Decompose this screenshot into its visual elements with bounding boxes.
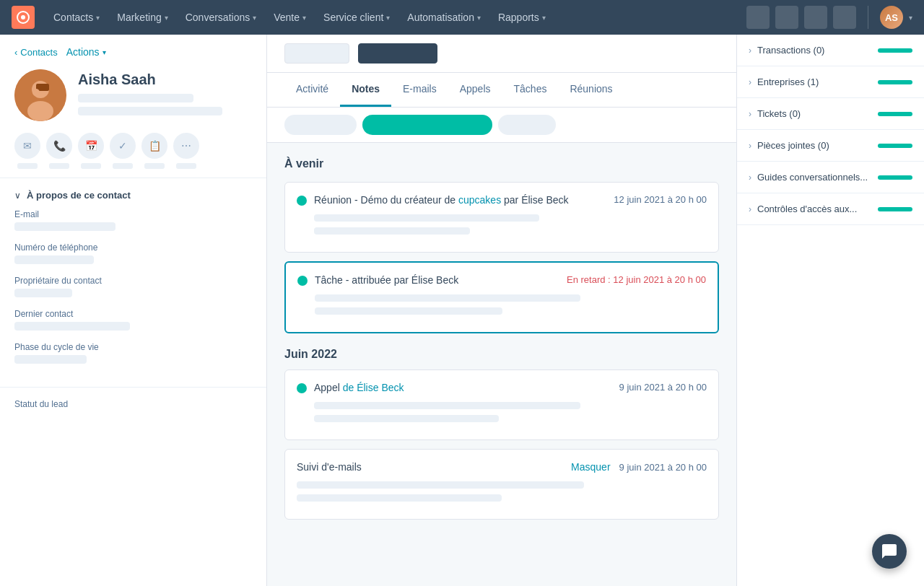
action-label-skeleton-3	[81, 163, 101, 169]
field-last-contact: Dernier contact	[14, 309, 252, 331]
right-item-pieces-jointes[interactable]: › Pièces jointes (0)	[737, 130, 924, 162]
suivi-card-header: Suivi d'e-mails Masquer 9 juin 2021 à 20…	[297, 461, 707, 473]
actions-chevron-icon: ▾	[103, 48, 106, 56]
contact-subtitle-skeleton	[78, 94, 193, 102]
tache-skeleton-2	[315, 307, 502, 315]
chevron-right-icon: ›	[749, 204, 751, 214]
phone-value-skeleton	[14, 255, 94, 264]
nav-rapports[interactable]: Rapports ▾	[491, 7, 553, 27]
tache-skeleton-1	[315, 294, 580, 302]
nav-icon-btn-1[interactable]	[746, 6, 770, 29]
appel-dot	[297, 383, 307, 393]
section-open-icon: ∨	[14, 191, 21, 201]
right-item-entreprises[interactable]: › Entreprises (1)	[737, 66, 924, 98]
nav-right: AS ▾	[746, 6, 912, 29]
nav-icon-btn-2[interactable]	[775, 6, 798, 29]
breadcrumb: ‹ Contacts Actions ▾	[14, 46, 252, 58]
actions-button[interactable]: Actions ▾	[66, 46, 106, 58]
tab-activite[interactable]: Activité	[284, 73, 340, 107]
tache-card-header: Tâche - attribuée par Élise Beck En reta…	[297, 274, 706, 286]
appel-link[interactable]: de Élise Beck	[343, 382, 404, 393]
activity-card-reunion: Réunion - Démo du créateur de cupcakes p…	[284, 182, 719, 253]
right-sidebar: › Transactions (0) › Entreprises (1) › T…	[736, 35, 924, 586]
field-owner: Propriétaire du contact	[14, 276, 252, 297]
action-label-skeleton-5	[144, 163, 165, 169]
tickets-bar	[878, 112, 912, 116]
action-button-4[interactable]: ✓	[110, 133, 136, 159]
tab-appels[interactable]: Appels	[448, 73, 502, 107]
chevron-down-icon: ▾	[302, 14, 306, 22]
tab-reunions[interactable]: Réunions	[558, 73, 624, 107]
tab-taches[interactable]: Tâches	[502, 73, 559, 107]
field-phone: Numéro de téléphone	[14, 242, 252, 264]
back-arrow-icon: ‹	[14, 47, 17, 58]
top-navigation: Contacts ▾ Marketing ▾ Conversations ▾ V…	[0, 0, 924, 35]
filter-btn-1[interactable]	[284, 43, 349, 64]
chat-bubble-button[interactable]	[872, 534, 907, 569]
right-item-tickets[interactable]: › Tickets (0)	[737, 98, 924, 130]
user-avatar[interactable]: AS	[880, 6, 903, 29]
chevron-right-icon: ›	[749, 45, 751, 56]
reunion-link[interactable]: cupcakes	[458, 194, 501, 206]
filter-btn-2[interactable]	[358, 43, 437, 64]
lead-status-label: Statut du lead	[14, 399, 252, 409]
tache-title: Tâche - attribuée par Élise Beck	[315, 274, 458, 286]
action-button-6[interactable]: ⋯	[173, 133, 199, 159]
hubspot-logo[interactable]	[12, 6, 35, 29]
left-sidebar: ‹ Contacts Actions ▾	[0, 35, 267, 586]
owner-value-skeleton	[14, 289, 72, 297]
lifecycle-value-skeleton	[14, 355, 87, 364]
appel-card-header: Appel de Élise Beck 9 juin 2021 à 20 h 0…	[297, 382, 707, 393]
nav-marketing[interactable]: Marketing ▾	[110, 7, 175, 27]
top-filter-bar	[267, 35, 736, 73]
activity-card-tache: Tâche - attribuée par Élise Beck En reta…	[284, 261, 719, 333]
filter-pill-3[interactable]	[498, 115, 556, 135]
svg-point-1	[21, 15, 25, 19]
tache-card-left: Tâche - attribuée par Élise Beck	[297, 274, 458, 286]
nav-icon-btn-3[interactable]	[804, 6, 827, 29]
right-item-guides[interactable]: › Guides conversationnels...	[737, 162, 924, 193]
nav-contacts[interactable]: Contacts ▾	[46, 7, 107, 27]
right-item-transactions[interactable]: › Transactions (0)	[737, 35, 924, 66]
reunion-card-header: Réunion - Démo du créateur de cupcakes p…	[297, 194, 707, 206]
chevron-down-icon: ▾	[477, 14, 481, 22]
tabs-bar: Activité Notes E-mails Appels Tâches Réu…	[267, 73, 736, 108]
transactions-bar	[878, 48, 912, 53]
activity-feed: À venir Réunion - Démo du créateur de cu…	[267, 143, 736, 586]
nav-vente[interactable]: Vente ▾	[266, 7, 313, 27]
contact-profile: Aisha Saah	[14, 69, 252, 121]
a-venir-header: À venir	[284, 157, 719, 170]
action-button-2[interactable]: 📞	[46, 133, 72, 159]
nav-service[interactable]: Service client ▾	[316, 7, 397, 27]
reunion-title: Réunion - Démo du créateur de cupcakes p…	[314, 194, 569, 206]
action-label-skeleton-1	[17, 163, 38, 169]
contact-action-buttons: ✉ 📞 📅 ✓ 📋 ⋯	[14, 133, 252, 159]
reunion-card-left: Réunion - Démo du créateur de cupcakes p…	[297, 194, 569, 206]
appel-skeleton-1	[314, 402, 580, 409]
chevron-down-icon: ▾	[165, 14, 168, 22]
chevron-right-icon: ›	[749, 172, 751, 183]
action-label-skeleton-6	[176, 163, 196, 169]
action-button-3[interactable]: 📅	[78, 133, 104, 159]
right-item-controles[interactable]: › Contrôles d'accès aux...	[737, 193, 924, 225]
back-to-contacts[interactable]: ‹ Contacts	[14, 47, 58, 58]
chevron-right-icon: ›	[749, 109, 751, 119]
svg-point-6	[32, 89, 40, 96]
filter-pill-1[interactable]	[284, 115, 357, 135]
reunion-date: 12 juin 2021 à 20 h 00	[614, 194, 707, 205]
activity-card-appel: Appel de Élise Beck 9 juin 2021 à 20 h 0…	[284, 369, 719, 440]
tache-dot	[297, 276, 308, 286]
filter-pill-2[interactable]	[362, 115, 492, 135]
email-value-skeleton	[14, 222, 116, 231]
activity-card-suivi: Suivi d'e-mails Masquer 9 juin 2021 à 20…	[284, 449, 719, 520]
about-section-header[interactable]: ∨ À propos de ce contact	[14, 190, 252, 201]
tab-emails[interactable]: E-mails	[391, 73, 448, 107]
nav-automatisation[interactable]: Automatisation ▾	[400, 7, 488, 27]
user-chevron-icon: ▾	[909, 14, 912, 22]
action-button-1[interactable]: ✉	[14, 133, 40, 159]
nav-icon-btn-4[interactable]	[833, 6, 856, 29]
action-button-5[interactable]: 📋	[141, 133, 167, 159]
tab-notes[interactable]: Notes	[340, 73, 391, 107]
nav-conversations[interactable]: Conversations ▾	[178, 7, 264, 27]
masquer-button[interactable]: Masquer	[571, 461, 610, 473]
